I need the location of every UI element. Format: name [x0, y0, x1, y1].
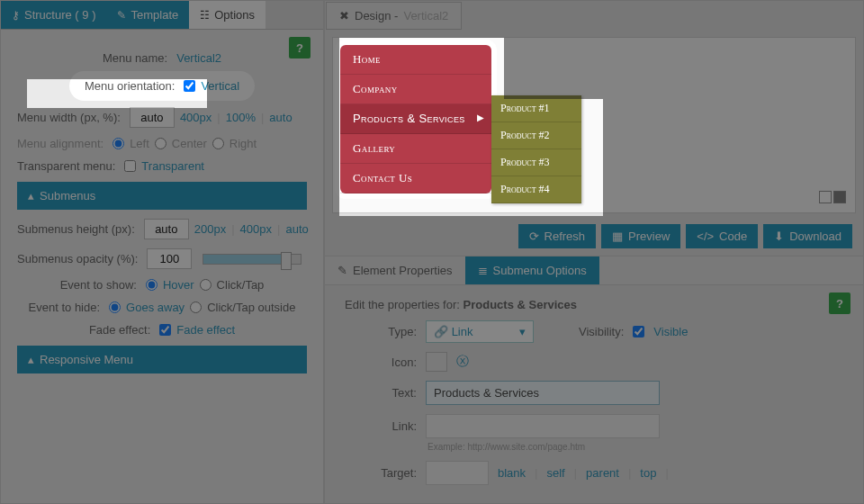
target-preset[interactable]: self — [546, 466, 564, 480]
align-left-radio[interactable] — [112, 138, 124, 149]
width-preset[interactable]: 100% — [226, 111, 256, 124]
code-button[interactable]: </>Code — [686, 224, 758, 248]
fade-value[interactable]: Fade effect — [176, 323, 235, 337]
fade-checkbox[interactable] — [159, 324, 171, 336]
visibility-checkbox[interactable] — [633, 326, 644, 338]
code-icon: </> — [697, 230, 714, 243]
orient-label: Menu orientation: — [85, 79, 175, 93]
tab-submenu-options[interactable]: ≣Submenu Options — [465, 256, 599, 284]
btn-label: Refresh — [544, 230, 586, 243]
type-select[interactable]: 🔗 Link▾ — [426, 320, 534, 343]
menu-item-home[interactable]: Home — [340, 45, 491, 75]
menu-item-gallery[interactable]: Gallery — [340, 134, 491, 164]
tools-icon: ✖ — [339, 9, 349, 22]
trans-value[interactable]: Transparent — [141, 159, 204, 173]
color-swatches[interactable] — [819, 191, 846, 203]
tab-structure[interactable]: ⚷Structure ( 9 ) — [1, 1, 106, 29]
orient-value[interactable]: Vertical — [201, 79, 239, 93]
submenu-item[interactable]: Product #1 — [491, 95, 581, 122]
radio-label: Goes away — [126, 301, 184, 314]
tab-element-properties[interactable]: ✎Element Properties — [325, 256, 465, 284]
link-input[interactable] — [426, 414, 660, 438]
target-preset[interactable]: parent — [586, 466, 619, 480]
trans-label: Transparent menu: — [17, 159, 115, 173]
btn-label: Code — [719, 230, 747, 243]
link-label: Link: — [345, 419, 417, 433]
submenu-item[interactable]: Product #2 — [491, 122, 581, 149]
vis-value[interactable]: Visible — [653, 325, 688, 338]
submenu-item[interactable]: Product #3 — [491, 149, 581, 176]
btn-label: Preview — [628, 230, 670, 243]
width-preset[interactable]: 400px — [180, 111, 212, 124]
menu-item-company[interactable]: Company — [340, 75, 491, 104]
download-button[interactable]: ⬇Download — [763, 224, 852, 248]
sub-height-label: Submenus height (px): — [17, 222, 135, 236]
design-title: Design - — [355, 9, 398, 22]
list-icon: ☷ — [200, 9, 210, 22]
type-label: Type: — [345, 325, 417, 338]
icon-picker[interactable] — [426, 352, 447, 372]
opacity-input[interactable] — [147, 248, 192, 269]
subtab-label: Submenu Options — [493, 264, 587, 277]
props-for: Products & Services — [464, 298, 577, 311]
list-icon: ≣ — [478, 264, 488, 277]
tab-template[interactable]: ✎Template — [106, 1, 189, 29]
refresh-button[interactable]: ⟳Refresh — [518, 224, 597, 248]
width-input[interactable] — [130, 107, 175, 128]
responsive-header[interactable]: ▴Responsive Menu — [17, 346, 307, 374]
target-label: Target: — [345, 466, 417, 480]
menu-item-contact[interactable]: Contact Us — [340, 164, 491, 194]
caret-up-icon: ▴ — [28, 189, 34, 202]
link-icon: 🔗 — [434, 325, 448, 338]
hide-away-radio[interactable] — [109, 302, 121, 313]
radio-label: Left — [130, 137, 149, 150]
chevron-right-icon: ▶ — [477, 112, 484, 122]
menu-item-products[interactable]: Products & Services▶ — [340, 104, 491, 134]
align-right-radio[interactable] — [212, 138, 224, 149]
opacity-slider[interactable] — [202, 254, 302, 265]
target-input[interactable] — [426, 461, 489, 485]
caret-up-icon: ▴ — [28, 353, 34, 366]
link-hint: Example: http://www.site.com/page.htm — [428, 442, 843, 452]
pencil-icon: ✎ — [117, 9, 126, 22]
preview-icon: ▦ — [612, 230, 623, 243]
tab-label: Structure ( 9 ) — [24, 8, 95, 22]
align-center-radio[interactable] — [155, 138, 166, 149]
design-tab[interactable]: ✖Design - Vertical2 — [326, 2, 462, 30]
height-preset[interactable]: auto — [285, 222, 308, 236]
tab-label: Options — [214, 8, 255, 22]
preview-button[interactable]: ▦Preview — [601, 224, 680, 248]
refresh-icon: ⟳ — [529, 230, 539, 243]
width-preset[interactable]: auto — [269, 111, 292, 124]
show-label: Event to show: — [60, 278, 137, 292]
target-preset[interactable]: top — [640, 466, 656, 480]
design-name: Vertical2 — [403, 9, 448, 22]
show-click-radio[interactable] — [200, 279, 212, 291]
btn-label: Download — [789, 230, 842, 243]
height-preset[interactable]: 200px — [194, 222, 226, 236]
help-button[interactable]: ? — [289, 37, 310, 58]
height-preset[interactable]: 400px — [240, 222, 272, 236]
text-input[interactable] — [426, 381, 660, 405]
radio-label: Click/Tap outside — [207, 301, 295, 314]
trans-checkbox[interactable] — [124, 160, 136, 172]
sub-height-input[interactable] — [144, 219, 189, 239]
help-button[interactable]: ? — [829, 292, 850, 314]
submenus-header[interactable]: ▴Submenus — [17, 182, 307, 210]
submenu-item[interactable]: Product #4 — [491, 176, 581, 203]
subtab-label: Element Properties — [353, 264, 453, 277]
hide-click-radio[interactable] — [190, 302, 202, 313]
show-hover-radio[interactable] — [146, 279, 158, 291]
tab-options[interactable]: ☷Options — [189, 1, 266, 29]
fade-label: Fade effect: — [89, 323, 150, 337]
radio-label: Hover — [163, 278, 194, 292]
clear-icon-button[interactable]: ⓧ — [456, 354, 469, 370]
menu-name-label: Menu name: — [103, 51, 167, 65]
download-icon: ⬇ — [774, 230, 784, 243]
menu-item-label: Products & Services — [353, 112, 465, 125]
orient-checkbox[interactable] — [184, 80, 195, 92]
section-title: Responsive Menu — [40, 353, 133, 366]
type-value: Link — [452, 325, 473, 338]
menu-name-value[interactable]: Vertical2 — [176, 51, 221, 65]
target-preset[interactable]: blank — [498, 466, 526, 480]
